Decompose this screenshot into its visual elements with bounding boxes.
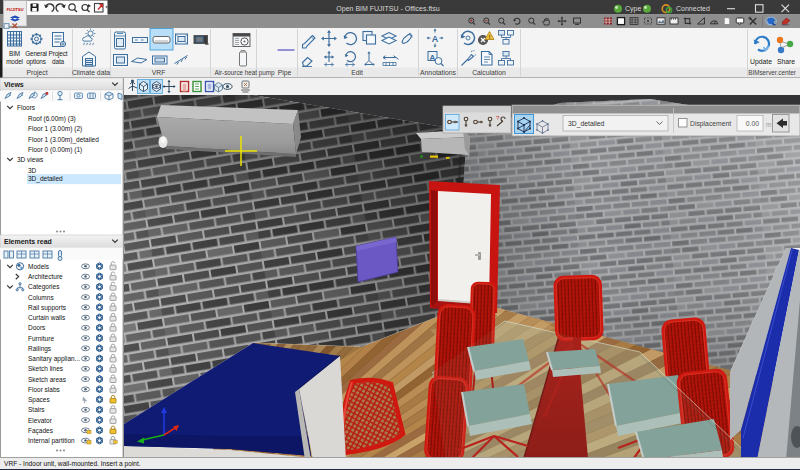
svg-text:Connected: Connected (676, 5, 710, 12)
svg-text:Façades: Façades (28, 427, 54, 435)
svg-text:Project: Project (26, 69, 47, 77)
svg-text:Stairs: Stairs (28, 406, 45, 413)
svg-text:Edit: Edit (351, 69, 363, 76)
svg-text:!: ! (489, 34, 491, 40)
svg-text:Doors: Doors (28, 324, 46, 331)
svg-text:Share: Share (777, 58, 795, 65)
svg-text:Spaces: Spaces (28, 396, 50, 404)
svg-text:options: options (26, 58, 46, 66)
svg-text:Climate data: Climate data (72, 69, 110, 76)
svg-text:BIMserver.center: BIMserver.center (748, 69, 796, 76)
svg-text:Elements read: Elements read (4, 238, 52, 245)
svg-text:General: General (25, 50, 47, 57)
svg-text:BIM: BIM (9, 50, 20, 57)
svg-text:0.00: 0.00 (746, 120, 759, 127)
svg-text:Floor slabs: Floor slabs (28, 386, 61, 393)
svg-text:m: m (766, 121, 771, 128)
svg-text:Curtain walls: Curtain walls (28, 314, 66, 321)
svg-text:model: model (6, 58, 23, 65)
svg-text:3D views: 3D views (17, 156, 44, 163)
svg-text:Models: Models (28, 263, 50, 270)
svg-text:Columns: Columns (28, 294, 54, 301)
svg-text:3D_detailed: 3D_detailed (28, 175, 63, 183)
svg-text:Elevator: Elevator (28, 417, 53, 424)
svg-text:Annotations: Annotations (420, 69, 457, 76)
svg-text:Displacement: Displacement (690, 120, 731, 128)
svg-text:Views: Views (4, 81, 24, 88)
svg-text:Update: Update (750, 58, 772, 66)
svg-text:Roof (6.00m) (3): Roof (6.00m) (3) (28, 115, 76, 123)
svg-text:Railings: Railings (28, 345, 52, 353)
svg-text:Rail supports: Rail supports (28, 304, 67, 312)
svg-text:Sketch lines: Sketch lines (28, 365, 64, 372)
svg-text:Open BIM FUJITSU - Offices.fts: Open BIM FUJITSU - Offices.ftsu (336, 5, 439, 13)
svg-text:Floor 0 (0.00m) (1): Floor 0 (0.00m) (1) (28, 146, 82, 154)
svg-text:FUJITSU: FUJITSU (6, 7, 24, 12)
svg-text:data: data (52, 58, 64, 65)
svg-text:Sketch areas: Sketch areas (28, 376, 67, 383)
svg-text:Floor 1 (3.00m) (2): Floor 1 (3.00m) (2) (28, 125, 82, 133)
svg-text:Air-source heat pump: Air-source heat pump (214, 69, 275, 77)
svg-text:Cype: Cype (625, 5, 641, 13)
svg-text:Calculation: Calculation (472, 69, 506, 76)
svg-text:Floor 1 (3.00m)_detailed: Floor 1 (3.00m)_detailed (28, 136, 99, 144)
svg-text:Categories: Categories (28, 283, 60, 291)
svg-text:Sanitary applian...: Sanitary applian... (28, 355, 80, 363)
svg-text:VRF: VRF (152, 69, 166, 76)
svg-text:3D_detailed: 3D_detailed (568, 120, 604, 128)
svg-text:Internal partition: Internal partition (28, 437, 75, 445)
svg-text:Floors: Floors (17, 104, 36, 111)
svg-text:3D: 3D (28, 167, 37, 174)
svg-text:Pipe: Pipe (278, 69, 292, 77)
svg-text:Furniture: Furniture (28, 335, 54, 342)
svg-text:A: A (432, 34, 439, 44)
svg-text:Architecture: Architecture (28, 273, 63, 280)
